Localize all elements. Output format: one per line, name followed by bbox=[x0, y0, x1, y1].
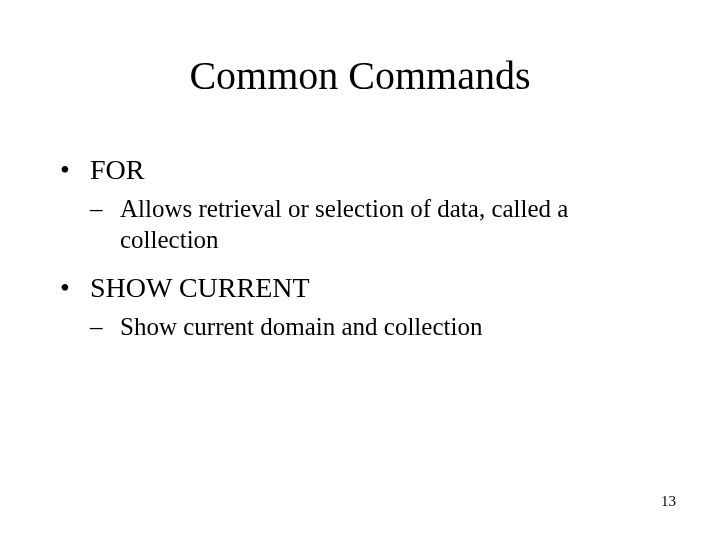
bullet-level2: Allows retrieval or selection of data, c… bbox=[60, 193, 660, 256]
bullet-level1: FOR bbox=[60, 152, 660, 187]
slide-title: Common Commands bbox=[0, 52, 720, 99]
bullet-level1: SHOW CURRENT bbox=[60, 270, 660, 305]
page-number: 13 bbox=[661, 493, 676, 510]
slide: Common Commands FOR Allows retrieval or … bbox=[0, 0, 720, 540]
bullet-level2: Show current domain and collection bbox=[60, 311, 660, 342]
slide-body: FOR Allows retrieval or selection of dat… bbox=[60, 152, 660, 356]
